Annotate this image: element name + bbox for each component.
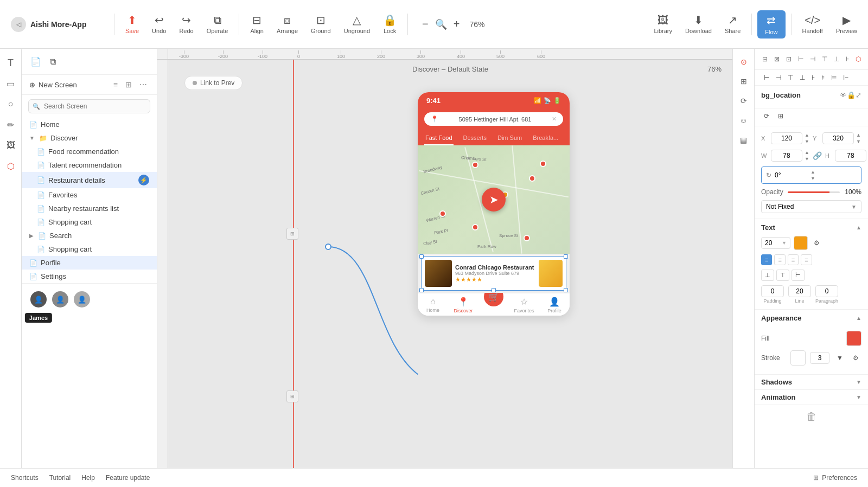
circle-tool[interactable]: ○	[3, 96, 19, 112]
text-valign-top[interactable]: ⊢	[792, 270, 805, 281]
opacity-slider[interactable]	[788, 191, 840, 193]
stroke-color-swatch[interactable]	[790, 350, 806, 366]
prop-icon-3[interactable]: ⊡	[784, 53, 794, 65]
align-left-btn[interactable]: ⊢	[761, 72, 772, 83]
nav-home[interactable]: ⌂ Home	[418, 297, 448, 313]
prop-icon-red[interactable]: ⬡	[853, 53, 863, 65]
handle-tr[interactable]	[564, 254, 568, 259]
nav-cart[interactable]: 🛒	[478, 297, 509, 313]
align-button[interactable]: ⊟ Align	[245, 11, 269, 37]
grid-view-button[interactable]: ⊞	[123, 79, 134, 90]
distribute-h-btn[interactable]: ⊨	[828, 72, 839, 83]
save-button[interactable]: ⬆ Save	[120, 11, 144, 37]
properties-panel-btn[interactable]: ⊙	[737, 54, 750, 69]
undo-button[interactable]: ↩ Undo	[146, 11, 171, 37]
align-bottom-btn[interactable]: ⊧	[819, 72, 827, 83]
text-align-left[interactable]: ≡	[761, 254, 772, 265]
appearance-section-header[interactable]: Appearance ▲	[755, 310, 868, 326]
x-input[interactable]	[771, 132, 802, 144]
sidebar-item-nearby-list[interactable]: 📄 Nearby restaurants list	[22, 202, 157, 215]
rotation-down-btn[interactable]: ▼	[810, 175, 815, 182]
shadows-arrow[interactable]: ▼	[856, 379, 861, 385]
share-button[interactable]: ↗ Share	[719, 11, 746, 37]
tutorial-link[interactable]: Tutorial	[49, 474, 71, 482]
tab-breakfast[interactable]: Breakfa...	[532, 131, 559, 145]
nav-discover[interactable]: 📍 Discover	[448, 297, 478, 313]
library-button[interactable]: 🖼 Library	[648, 11, 678, 37]
tab-desserts[interactable]: Desserts	[462, 131, 488, 145]
w-up-btn[interactable]: ▲	[805, 149, 809, 156]
zoom-out-button[interactable]: −	[419, 16, 432, 33]
transform-panel-btn[interactable]: ⟳	[737, 93, 750, 108]
pen-tool[interactable]: ✏	[3, 117, 19, 133]
phone-search-bar[interactable]: 📍 5095 Hettinger Hill Apt. 681 ✕	[424, 112, 563, 126]
sidebar-item-settings[interactable]: 📄 Settings	[22, 270, 157, 283]
line-height-input[interactable]	[788, 285, 811, 297]
handle-bl[interactable]	[419, 288, 424, 292]
prop-icon-4[interactable]: ⊢	[796, 53, 806, 65]
sidebar-item-home[interactable]: 📄 Home	[22, 118, 157, 131]
h-input[interactable]	[835, 150, 866, 162]
new-screen-button[interactable]: ⊕ New Screen	[29, 81, 77, 89]
stroke-more-btn[interactable]: ⚙	[850, 353, 861, 363]
text-align-justify[interactable]: ≡	[801, 254, 812, 265]
map-center-button[interactable]: ➤	[482, 188, 506, 212]
unground-button[interactable]: △ Unground	[339, 11, 375, 37]
paragraph-input[interactable]	[815, 285, 838, 297]
transform-1[interactable]: ⟳	[761, 111, 772, 121]
position-dropdown[interactable]: Not Fixed ▼	[761, 200, 861, 213]
animation-arrow[interactable]: ▼	[856, 394, 861, 400]
download-button[interactable]: ⬇ Download	[680, 11, 717, 37]
tab-fast-food[interactable]: Fast Food	[424, 131, 454, 145]
sidebar-item-favorites[interactable]: 📄 Favorites	[22, 188, 157, 202]
tab-dim-sum[interactable]: Dim Sum	[496, 131, 523, 145]
font-size-input[interactable]: 20 ▼	[761, 237, 790, 249]
link-to-prev-button[interactable]: Link to Prev	[184, 76, 242, 90]
flow-button[interactable]: ⇄ Flow	[757, 10, 785, 39]
list-view-button[interactable]: ≡	[111, 79, 120, 90]
pages-tab[interactable]: 📄	[28, 54, 43, 69]
fill-color-swatch[interactable]	[846, 331, 861, 346]
handoff-button[interactable]: </> Handoff	[797, 11, 828, 37]
stroke-width-input[interactable]	[810, 352, 829, 364]
lock-button[interactable]: 🔒 Lock	[378, 11, 402, 37]
text-valign-middle[interactable]: ⊤	[776, 270, 789, 281]
shortcuts-link[interactable]: Shortcuts	[11, 474, 39, 482]
sidebar-item-discover[interactable]: ▼ 📁 Discover	[22, 131, 157, 145]
help-link[interactable]: Help	[81, 474, 95, 482]
rotation-up-btn[interactable]: ▲	[810, 169, 815, 175]
text-section-header[interactable]: Text ▲	[755, 219, 868, 236]
prop-icon-2[interactable]: ⊠	[772, 53, 782, 65]
transform-2[interactable]: ⊞	[775, 111, 786, 121]
sidebar-item-food-rec[interactable]: 📄 Food recommendation	[22, 145, 157, 158]
sidebar-item-restaurant-details[interactable]: 📄 Restaurant details ⚡	[22, 172, 157, 188]
visibility-icon[interactable]: 👁	[840, 91, 847, 99]
image-tool[interactable]: 🖼	[3, 137, 19, 153]
restaurant-card[interactable]: Conrad Chicago Restaurant 963 Madyson Dr…	[421, 256, 566, 291]
handle-br[interactable]	[564, 288, 568, 292]
delete-element-button[interactable]: 🗑	[806, 411, 817, 423]
resize-handle-h2[interactable]: ⊞	[286, 390, 298, 402]
feature-update-link[interactable]: Feature update	[106, 474, 150, 482]
w-input[interactable]	[771, 150, 802, 162]
align-right-btn[interactable]: ⊤	[785, 72, 796, 83]
zoom-in-button[interactable]: +	[450, 16, 463, 33]
expand-prop-icon[interactable]: ⤢	[856, 91, 861, 99]
preview-button[interactable]: ▶ Preview	[831, 11, 863, 37]
rotation-field[interactable]: ↻ ▲ ▼	[761, 166, 861, 184]
y-down-btn[interactable]: ▼	[856, 138, 861, 145]
preferences-link[interactable]: Preferences	[822, 474, 857, 482]
text-color-swatch[interactable]	[794, 236, 808, 250]
align-top-btn[interactable]: ⊥	[797, 72, 808, 83]
face-panel-btn[interactable]: ☺	[736, 113, 750, 128]
w-down-btn[interactable]: ▼	[805, 156, 809, 162]
component-tool[interactable]: ⬡	[3, 158, 19, 174]
prop-icon-5[interactable]: ⊣	[808, 53, 818, 65]
x-up-btn[interactable]: ▲	[805, 132, 809, 138]
y-input[interactable]	[822, 132, 854, 144]
operate-button[interactable]: ⧉ Operate	[201, 11, 234, 37]
prop-icon-yellow[interactable]: ⚡	[865, 53, 868, 65]
lock-prop-icon[interactable]: 🔒	[847, 91, 856, 99]
prop-icon-1[interactable]: ⊟	[760, 53, 770, 65]
y-up-btn[interactable]: ▲	[856, 132, 861, 138]
